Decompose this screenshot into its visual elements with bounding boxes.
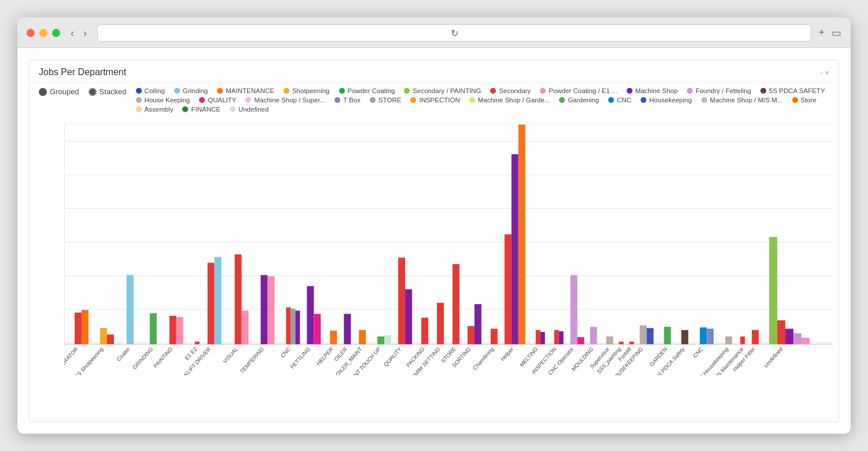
bar bbox=[267, 276, 274, 344]
bar bbox=[777, 320, 785, 344]
svg-text:FETTLING: FETTLING bbox=[289, 346, 311, 371]
svg-text:PAINTING: PAINTING bbox=[152, 346, 174, 369]
bar bbox=[664, 327, 671, 344]
bar bbox=[681, 330, 688, 345]
legend-finance: FINANCE bbox=[182, 106, 220, 113]
bar bbox=[619, 342, 624, 344]
bar bbox=[707, 329, 713, 345]
legend-secondary: Secondary bbox=[490, 87, 531, 94]
svg-text:GRINDING: GRINDING bbox=[131, 346, 154, 371]
legend-coiling: Coiling bbox=[136, 87, 165, 94]
legend-undefined: Undefined bbox=[230, 106, 269, 113]
bar bbox=[260, 275, 267, 345]
bar bbox=[752, 330, 759, 345]
bar bbox=[505, 234, 512, 344]
nav-buttons: ‹ › bbox=[67, 26, 90, 40]
tabs-icon[interactable]: ▭ bbox=[832, 27, 841, 39]
address-bar[interactable]: ↻ bbox=[97, 24, 811, 42]
bar bbox=[540, 332, 545, 344]
legend-assembly: Assembly bbox=[136, 106, 174, 113]
stacked-radio[interactable]: Stacked bbox=[89, 87, 127, 96]
svg-text:Coater: Coater bbox=[116, 345, 131, 363]
svg-text:VISUAL: VISUAL bbox=[222, 346, 239, 365]
legend-machine-shop: Machine Shop bbox=[627, 87, 678, 94]
forward-button[interactable]: › bbox=[80, 26, 90, 40]
maximize-traffic-light[interactable] bbox=[52, 29, 60, 37]
bar bbox=[578, 337, 584, 344]
legend-grinding: Grinding bbox=[174, 87, 208, 94]
legend-shotpeening: Shotpeening bbox=[284, 87, 330, 94]
bar bbox=[512, 154, 518, 345]
bar bbox=[559, 331, 564, 344]
bar bbox=[195, 342, 200, 344]
legend-machine-ms: Machine Shop / M/S M... bbox=[701, 97, 783, 103]
legend-foundry: Foundry / Fetteling bbox=[687, 87, 751, 94]
chart-header: Jobs Per Department - × bbox=[30, 60, 838, 83]
svg-text:Helper: Helper bbox=[499, 345, 515, 363]
legend-5s-pdca: 5S PDCA SAFETY bbox=[760, 87, 825, 94]
bar bbox=[330, 331, 337, 344]
bar bbox=[646, 328, 653, 344]
bar bbox=[405, 289, 412, 344]
svg-text:HELPER: HELPER bbox=[315, 345, 334, 367]
bar bbox=[377, 337, 384, 344]
legend-maintenance: MAINTENANCE bbox=[217, 87, 274, 94]
bar bbox=[290, 309, 295, 344]
reload-icon[interactable]: ↻ bbox=[451, 28, 458, 39]
chart-title: Jobs Per Department bbox=[39, 67, 126, 77]
minimize-traffic-light[interactable] bbox=[39, 29, 47, 37]
browser-actions: + ▭ bbox=[818, 27, 841, 39]
bar bbox=[82, 310, 89, 344]
bar bbox=[242, 310, 249, 344]
bar bbox=[421, 318, 428, 345]
legend-powder-e1: Powder Coating / E1 ... bbox=[540, 87, 617, 94]
bar bbox=[793, 333, 801, 344]
legend-housekeeping: Housekeeping bbox=[641, 97, 692, 103]
legend-machine-garde: Machine Shop / Garde... bbox=[469, 97, 550, 103]
close-traffic-light[interactable] bbox=[27, 29, 35, 37]
bar bbox=[384, 335, 391, 345]
bar bbox=[536, 330, 540, 345]
bar bbox=[286, 308, 290, 345]
grouped-label: Grouped bbox=[50, 87, 79, 96]
bar bbox=[453, 264, 459, 345]
legend-store: Store bbox=[792, 97, 817, 103]
bar bbox=[491, 329, 498, 345]
legend-store-grey: STORE bbox=[370, 97, 401, 103]
bar bbox=[518, 124, 525, 344]
bar bbox=[554, 330, 559, 345]
bar bbox=[127, 275, 134, 345]
bar bbox=[475, 304, 481, 344]
new-tab-icon[interactable]: + bbox=[818, 27, 825, 39]
bar bbox=[100, 328, 107, 344]
chart-close-button[interactable]: - × bbox=[820, 68, 829, 77]
bar bbox=[170, 316, 176, 344]
bar bbox=[769, 237, 777, 345]
bar bbox=[725, 337, 732, 344]
bar bbox=[590, 327, 597, 344]
bar bbox=[314, 314, 321, 345]
legend-machine-super: Machine Shop / Super... bbox=[245, 97, 325, 103]
bar bbox=[107, 335, 114, 345]
browser-window: ‹ › ↻ + ▭ Jobs Per Department - × Groupe… bbox=[17, 17, 851, 434]
legend-gardening: Gardening bbox=[559, 97, 599, 103]
svg-text:CNC: CNC bbox=[692, 345, 704, 359]
back-button[interactable]: ‹ bbox=[67, 26, 78, 40]
svg-text:CNC: CNC bbox=[279, 345, 292, 359]
bar bbox=[295, 310, 300, 344]
bar bbox=[176, 317, 183, 344]
radio-group: Grouped Stacked bbox=[39, 87, 127, 96]
legend-powder-coating: Powder Coating bbox=[339, 87, 395, 94]
legend-quality: QUALITY bbox=[199, 97, 236, 103]
chart-legend-area: Grouped Stacked Coiling Grinding MAINTEN… bbox=[30, 83, 838, 117]
bar bbox=[630, 342, 634, 344]
bar bbox=[150, 313, 157, 345]
stacked-radio-circle bbox=[89, 88, 97, 96]
browser-content: Jobs Per Department - × Grouped Stacked bbox=[17, 48, 851, 434]
svg-text:Chamfering: Chamfering bbox=[472, 346, 495, 372]
svg-text:QUALITY: QUALITY bbox=[382, 345, 403, 368]
grouped-radio-circle bbox=[39, 88, 47, 96]
grouped-radio[interactable]: Grouped bbox=[39, 87, 79, 96]
legend-items: Coiling Grinding MAINTENANCE Shotpeening… bbox=[136, 87, 829, 113]
bar bbox=[437, 303, 444, 345]
